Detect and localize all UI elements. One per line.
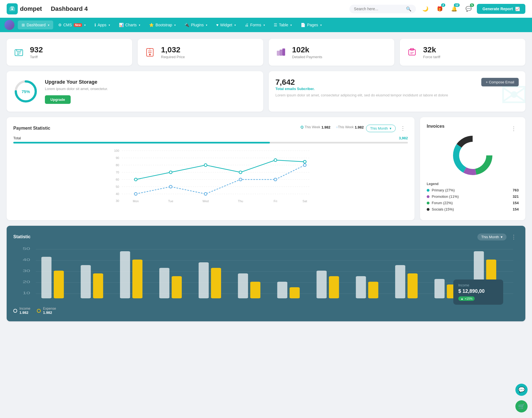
svg-rect-68 [41, 257, 51, 298]
legend-row-socials: Socials (15%) 154 [427, 207, 519, 211]
invoices-card: Invoices ⋮ Legend Primary (27%) [420, 117, 525, 220]
svg-rect-71 [93, 273, 103, 298]
payment-title: Payment Statistic [13, 126, 50, 131]
legend-promo-left: Promotion (11%) [427, 194, 459, 199]
charts-icon: 📊 [119, 23, 124, 27]
svg-rect-80 [277, 282, 287, 298]
svg-rect-86 [395, 265, 405, 298]
bell-button[interactable]: 🔔 12 [449, 4, 459, 14]
expense-legend-label: Expense [43, 307, 56, 311]
tariff-icon [12, 46, 25, 59]
svg-text:Mon: Mon [133, 199, 139, 203]
income-legend-label: Income [19, 307, 30, 311]
donut-chart-svg [451, 133, 495, 178]
svg-text:30: 30 [23, 269, 30, 273]
income-dot [13, 309, 17, 313]
force-label: Force tariff [423, 55, 440, 59]
svg-rect-88 [434, 279, 444, 298]
storage-info: Upgrade Your Storage Lorem ipsum dolor s… [45, 79, 108, 104]
income-legend: Income 1.982 [13, 307, 30, 315]
chat-button[interactable]: 💬 5 [464, 4, 474, 14]
nav-label-widget: Widget [220, 23, 232, 27]
stat-info-price: 1,032 Required Price [161, 45, 185, 59]
invoices-title: Invoices [427, 124, 444, 129]
gift-button[interactable]: 🎁 2 [435, 4, 445, 14]
moon-button[interactable]: 🌙 [420, 4, 430, 14]
charts-row: Payment Statistic ○ This Week 1.982 ○ Th… [7, 117, 525, 220]
apps-icon: ℹ [94, 23, 96, 27]
nav-item-table[interactable]: ☰ Table ▾ [270, 20, 296, 29]
chat-badge: 5 [470, 3, 474, 7]
top-icons: 🌙 🎁 2 🔔 12 💬 5 [420, 4, 474, 14]
email-card: + Compose Email 7,642 Total emails Subcr… [269, 71, 525, 112]
nav-label-pages: Pages [307, 23, 318, 27]
widget-arrow: ▾ [234, 24, 236, 27]
nav-item-charts[interactable]: 📊 Charts ▾ [115, 20, 144, 29]
chevron-down-icon: ▾ [390, 126, 392, 130]
logo-text: dompet [20, 5, 42, 12]
stat-month-label: This Month [481, 235, 499, 239]
nav-item-forms[interactable]: 🖨 Forms ▾ [241, 20, 269, 29]
payment-header: Payment Statistic ○ This Week 1.982 ○ Th… [13, 124, 408, 133]
svg-text:70: 70 [116, 171, 119, 174]
forms-arrow: ▾ [264, 24, 265, 27]
svg-point-2 [11, 8, 13, 10]
chart-icon: 📈 [515, 7, 520, 11]
total-label: Total [13, 136, 21, 140]
bootstrap-arrow: ▾ [174, 24, 176, 27]
nav-bar: ⊞ Dashboard ▾ ⚙ CMS New ▾ ℹ Apps ▾ 📊 Cha… [0, 18, 532, 32]
svg-text:90: 90 [116, 156, 119, 160]
legend-row-promo: Promotion (11%) 321 [427, 194, 519, 199]
statistic-month-button[interactable]: This Month ▾ [477, 234, 507, 240]
svg-text:10: 10 [23, 291, 30, 295]
stat-card-payments: 102k Detailed Payments [269, 39, 394, 66]
legend-row-primary: Primary (27%) 763 [427, 188, 519, 192]
search-input[interactable] [354, 7, 404, 11]
svg-rect-72 [120, 251, 130, 298]
svg-rect-76 [199, 262, 209, 298]
upgrade-button[interactable]: Upgrade [45, 95, 71, 104]
nav-item-apps[interactable]: ℹ Apps ▾ [91, 20, 114, 29]
this-month-label: This Month [370, 126, 388, 130]
force-number: 32k [423, 45, 440, 54]
generate-report-button[interactable]: Generate Report 📈 [477, 4, 525, 14]
svg-rect-83 [329, 276, 339, 298]
payment-more-button[interactable]: ⋮ [398, 124, 408, 133]
forum-label: Forum (22%) [432, 201, 453, 205]
nav-item-dashboard[interactable]: ⊞ Dashboard ▾ [18, 20, 53, 29]
stat-cards-grid: 932 Tariff 1,032 Required Price 102k Det… [7, 39, 525, 66]
bar-chart-svg: 50 40 30 20 10 [13, 246, 519, 301]
svg-point-50 [204, 193, 207, 195]
legend-dot-1: ○ [301, 126, 303, 129]
statistic-more-button[interactable]: ⋮ [509, 232, 519, 241]
invoices-more-button[interactable]: ⋮ [509, 124, 519, 133]
compose-email-button[interactable]: + Compose Email [481, 78, 519, 86]
svg-rect-82 [316, 271, 326, 298]
invoices-legend-list: Primary (27%) 763 Promotion (11%) 321 Fo… [427, 188, 519, 211]
nav-item-cms[interactable]: ⚙ CMS New ▾ [54, 20, 90, 29]
svg-point-10 [149, 54, 151, 55]
nav-item-bootstrap[interactable]: ⭐ Bootstrap ▾ [145, 20, 180, 29]
up-arrow-icon: ▲ [461, 297, 464, 300]
svg-rect-77 [211, 268, 221, 298]
stat-card-force: 32k Force tariff [400, 39, 525, 66]
table-icon: ☰ [274, 23, 277, 27]
nav-item-pages[interactable]: 📄 Pages ▾ [297, 20, 326, 29]
svg-rect-1 [11, 6, 14, 8]
nav-item-plugins[interactable]: 🔌 Plugins ▾ [181, 20, 211, 29]
this-month-button[interactable]: This Month ▾ [366, 125, 396, 132]
invoices-header: Invoices ⋮ [427, 124, 519, 133]
dashboard-icon: ⊞ [22, 23, 25, 27]
svg-rect-85 [368, 282, 378, 298]
forum-count: 154 [513, 201, 519, 205]
total-bar-fill [13, 142, 270, 143]
svg-text:50: 50 [23, 247, 30, 250]
legend-socials-left: Socials (15%) [427, 207, 454, 211]
promo-color-dot [427, 195, 429, 198]
search-icon: 🔍 [406, 6, 411, 12]
primary-color-dot [427, 189, 429, 192]
nav-item-widget[interactable]: ♥ Widget ▾ [212, 20, 240, 29]
primary-count: 763 [513, 188, 519, 192]
svg-rect-75 [172, 276, 182, 298]
cms-new-badge: New [74, 23, 82, 27]
